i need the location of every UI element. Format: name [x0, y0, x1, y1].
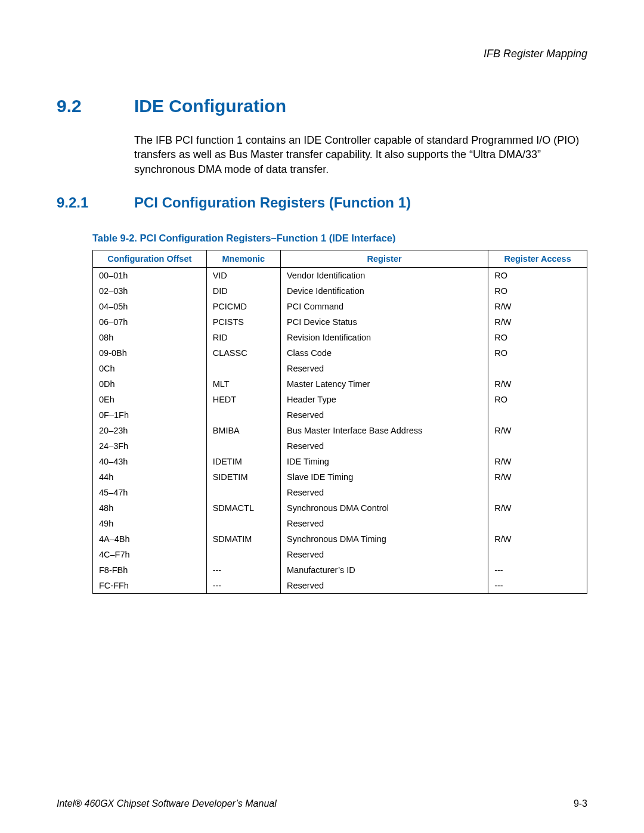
table-cell: 24–3Fh	[93, 438, 207, 454]
table-cell: RO	[488, 267, 587, 283]
table-cell: R/W	[488, 299, 587, 314]
page-footer: Intel® 460GX Chipset Software Developer’…	[57, 798, 587, 809]
table-row: 0EhHEDTHeader TypeRO	[93, 392, 587, 407]
table-row: 40–43hIDETIMIDE TimingR/W	[93, 454, 587, 469]
table-cell: 49h	[93, 516, 207, 531]
table-cell	[206, 438, 280, 454]
table-cell: 20–23h	[93, 423, 207, 438]
table-row: 4C–F7hReserved	[93, 547, 587, 562]
table-cell: R/W	[488, 314, 587, 330]
table-cell: 4A–4Bh	[93, 531, 207, 547]
table-cell: Manufacturer’s ID	[281, 562, 488, 578]
table-cell: ---	[206, 562, 280, 578]
table-caption: Table 9-2. PCI Configuration Registers–F…	[92, 233, 587, 244]
table-cell	[488, 485, 587, 500]
table-row: 49hReserved	[93, 516, 587, 531]
table-cell: ---	[488, 562, 587, 578]
table-cell: Header Type	[281, 392, 488, 407]
table-cell	[206, 407, 280, 423]
table-cell	[206, 485, 280, 500]
subsection-heading: 9.2.1PCI Configuration Registers (Functi…	[57, 194, 587, 211]
table-cell: Vendor Identification	[281, 267, 488, 283]
table-cell: PCI Command	[281, 299, 488, 314]
table-cell: PCI Device Status	[281, 314, 488, 330]
footer-manual-title: Intel® 460GX Chipset Software Developer’…	[57, 798, 277, 809]
subsection-title: PCI Configuration Registers (Function 1)	[134, 194, 411, 210]
table-cell: Reserved	[281, 407, 488, 423]
table-cell: 00–01h	[93, 267, 207, 283]
table-cell: PCISTS	[206, 314, 280, 330]
table-cell: RID	[206, 330, 280, 345]
table-row: 45–47hReserved	[93, 485, 587, 500]
table-cell: R/W	[488, 423, 587, 438]
table-cell: RO	[488, 392, 587, 407]
col-header-register: Register	[281, 250, 488, 267]
table-cell: SDMACTL	[206, 500, 280, 516]
table-cell: 06–07h	[93, 314, 207, 330]
table-row: 09-0BhCLASSCClass CodeRO	[93, 345, 587, 361]
table-cell: Reserved	[281, 485, 488, 500]
table-cell	[206, 361, 280, 376]
table-row: 24–3FhReserved	[93, 438, 587, 454]
table-row: 20–23hBMIBABus Master Interface Base Add…	[93, 423, 587, 438]
table-cell: 08h	[93, 330, 207, 345]
table-cell: Synchronous DMA Timing	[281, 531, 488, 547]
table-cell: Synchronous DMA Control	[281, 500, 488, 516]
chapter-title: IFB Register Mapping	[57, 48, 587, 60]
table-cell: RO	[488, 345, 587, 361]
table-cell: RO	[488, 330, 587, 345]
table-row: F8-FBh---Manufacturer’s ID---	[93, 562, 587, 578]
table-row: FC-FFh---Reserved---	[93, 578, 587, 594]
table-row: 44hSIDETIMSlave IDE TimingR/W	[93, 469, 587, 485]
section-heading: 9.2IDE Configuration	[57, 96, 587, 116]
table-row: 04–05hPCICMDPCI CommandR/W	[93, 299, 587, 314]
section-title: IDE Configuration	[134, 96, 286, 116]
table-cell: F8-FBh	[93, 562, 207, 578]
table-cell: Device Identification	[281, 283, 488, 299]
col-header-access: Register Access	[488, 250, 587, 267]
table-cell: 40–43h	[93, 454, 207, 469]
table-cell: 45–47h	[93, 485, 207, 500]
table-cell: 04–05h	[93, 299, 207, 314]
table-cell: Revision Identification	[281, 330, 488, 345]
table-header-row: Configuration Offset Mnemonic Register R…	[93, 250, 587, 267]
table-cell	[488, 438, 587, 454]
table-cell: 48h	[93, 500, 207, 516]
table-cell: R/W	[488, 454, 587, 469]
table-cell: HEDT	[206, 392, 280, 407]
table-cell: 0F–1Fh	[93, 407, 207, 423]
table-cell: Reserved	[281, 578, 488, 594]
register-table: Configuration Offset Mnemonic Register R…	[92, 250, 587, 594]
table-cell: R/W	[488, 500, 587, 516]
table-cell: ---	[206, 578, 280, 594]
table-cell: CLASSC	[206, 345, 280, 361]
table-cell	[206, 547, 280, 562]
table-cell: RO	[488, 283, 587, 299]
table-cell: Slave IDE Timing	[281, 469, 488, 485]
table-cell: FC-FFh	[93, 578, 207, 594]
table-cell: 0Ch	[93, 361, 207, 376]
table-cell: BMIBA	[206, 423, 280, 438]
table-row: 02–03hDIDDevice IdentificationRO	[93, 283, 587, 299]
table-cell: SDMATIM	[206, 531, 280, 547]
table-cell: MLT	[206, 376, 280, 392]
table-row: 48hSDMACTLSynchronous DMA ControlR/W	[93, 500, 587, 516]
table-cell: IDE Timing	[281, 454, 488, 469]
table-cell: 4C–F7h	[93, 547, 207, 562]
table-cell: R/W	[488, 376, 587, 392]
table-row: 0ChReserved	[93, 361, 587, 376]
table-cell: VID	[206, 267, 280, 283]
table-cell: 0Eh	[93, 392, 207, 407]
table-cell: 09-0Bh	[93, 345, 207, 361]
table-cell: Class Code	[281, 345, 488, 361]
table-cell: R/W	[488, 531, 587, 547]
table-cell	[206, 516, 280, 531]
table-row: 08hRIDRevision IdentificationRO	[93, 330, 587, 345]
table-cell: 02–03h	[93, 283, 207, 299]
table-cell	[488, 361, 587, 376]
table-cell: Reserved	[281, 361, 488, 376]
table-row: 0DhMLTMaster Latency TimerR/W	[93, 376, 587, 392]
table-cell: Reserved	[281, 438, 488, 454]
table-cell: Reserved	[281, 547, 488, 562]
table-cell: DID	[206, 283, 280, 299]
